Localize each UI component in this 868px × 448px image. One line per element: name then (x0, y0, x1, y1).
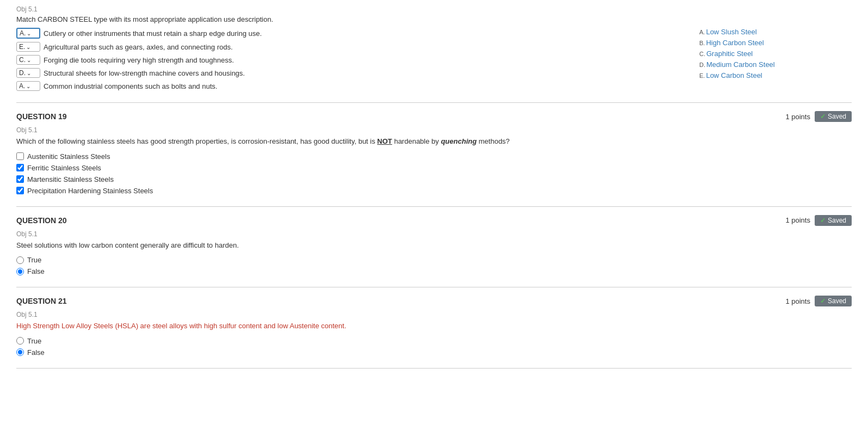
match-option-B: B.High Carbon Steel (699, 39, 852, 47)
label-precipitation: Precipitation Hardening Stainless Steels (27, 187, 153, 195)
match-option-D: D.Medium Carbon Steel (699, 60, 852, 69)
option-text-A: Low Slush Steel (706, 28, 756, 36)
match-option-A: A.Low Slush Steel (699, 28, 852, 36)
question-19-body: Obj 5.1 Which of the following stainless… (16, 126, 852, 195)
saved-label-19: Saved (828, 113, 846, 120)
label-false-20: False (27, 267, 45, 275)
checkbox-ferritic[interactable] (16, 164, 24, 171)
match-dropdown-2[interactable]: E. ⌄ (16, 42, 40, 52)
match-label-5: Common industrial components such as bol… (44, 82, 217, 90)
saved-label-21: Saved (828, 297, 846, 305)
saved-check-21: ✓ (820, 297, 826, 305)
radio-true-21[interactable] (16, 337, 24, 345)
matching-section: Obj 5.1 Match CARBON STEEL type with its… (16, 0, 852, 103)
question-21-prompt: High Strength Low Alloy Steels (HSLA) ar… (16, 321, 852, 332)
question-21-points: 1 points (785, 297, 810, 305)
question-19-prompt: Which of the following stainless steels … (16, 136, 852, 147)
checkbox-austenitic[interactable] (16, 152, 24, 160)
saved-check-20: ✓ (820, 217, 826, 224)
match-row-5: A. ⌄ Common industrial components such a… (16, 81, 678, 91)
question-20-header: QUESTION 20 1 points ✓ Saved (16, 215, 852, 226)
saved-check-19: ✓ (820, 113, 826, 120)
matching-right: A.Low Slush Steel B.High Carbon Steel C.… (699, 28, 852, 94)
question-20-body: Obj 5.1 Steel solutions with low carbon … (16, 230, 852, 276)
chevron-icon-1: ⌄ (27, 30, 31, 36)
saved-label-20: Saved (828, 217, 846, 224)
match-option-E: E.Low Carbon Steel (699, 71, 852, 79)
radio-false-20[interactable] (16, 268, 24, 275)
option-text-B: High Carbon Steel (706, 39, 764, 47)
label-false-21: False (27, 348, 45, 357)
checkbox-precipitation[interactable] (16, 187, 24, 194)
question-21-obj: Obj 5.1 (16, 311, 852, 318)
option-letter-D: D. (699, 62, 705, 68)
match-dropdown-1[interactable]: A. ⌄ (16, 28, 40, 39)
label-ferritic: Ferritic Stainless Steels (27, 164, 101, 172)
chevron-icon-2: ⌄ (26, 44, 30, 50)
label-true-20: True (27, 256, 41, 264)
checkbox-martensitic[interactable] (16, 175, 24, 183)
match-dropdown-3[interactable]: C. ⌄ (16, 55, 40, 65)
question-20-prompt: Steel solutions with low carbon content … (16, 240, 852, 251)
question-19-points-saved: 1 points ✓ Saved (785, 111, 852, 122)
option-letter-B: B. (699, 40, 705, 46)
question-21-block: QUESTION 21 1 points ✓ Saved Obj 5.1 Hig… (16, 287, 852, 369)
label-martensitic: Martensitic Stainless Steels (27, 175, 114, 183)
matching-obj-label: Obj 5.1 (16, 5, 852, 13)
match-label-1: Cutlery or other instruments that must r… (44, 29, 262, 38)
question-19-obj: Obj 5.1 (16, 126, 852, 134)
dropdown-value-4: D. (19, 69, 26, 77)
chevron-icon-5: ⌄ (26, 83, 30, 89)
label-true-21: True (27, 337, 41, 345)
match-dropdown-5[interactable]: A. ⌄ (16, 81, 40, 91)
question-20-title: QUESTION 20 (16, 216, 67, 225)
question-21-saved-badge: ✓ Saved (815, 296, 852, 306)
match-row-1: A. ⌄ Cutlery or other instruments that m… (16, 28, 678, 39)
checkbox-row-ferritic[interactable]: Ferritic Stainless Steels (16, 164, 852, 172)
radio-row-true-20[interactable]: True (16, 256, 852, 264)
match-row-3: C. ⌄ Forging die tools requiring very hi… (16, 55, 678, 65)
dropdown-value-2: E. (19, 43, 25, 51)
question-20-block: QUESTION 20 1 points ✓ Saved Obj 5.1 Ste… (16, 207, 852, 288)
radio-row-false-20[interactable]: False (16, 267, 852, 275)
question-21-title: QUESTION 21 (16, 297, 67, 305)
radio-row-true-21[interactable]: True (16, 337, 852, 345)
match-row-4: D. ⌄ Structural sheets for low-strength … (16, 68, 678, 78)
match-option-C: C.Graphitic Steel (699, 50, 852, 58)
question-19-block: QUESTION 19 1 points ✓ Saved Obj 5.1 Whi… (16, 103, 852, 207)
checkbox-row-martensitic[interactable]: Martensitic Stainless Steels (16, 175, 852, 183)
label-austenitic: Austenitic Stainless Steels (27, 152, 110, 161)
option-letter-C: C. (699, 51, 705, 57)
dropdown-value-5: A. (19, 82, 25, 90)
dropdown-value-3: C. (19, 56, 26, 64)
question-21-points-saved: 1 points ✓ Saved (785, 296, 852, 306)
match-dropdown-4[interactable]: D. ⌄ (16, 68, 40, 78)
chevron-icon-3: ⌄ (27, 57, 31, 63)
question-19-title: QUESTION 19 (16, 112, 67, 121)
question-20-obj: Obj 5.1 (16, 230, 852, 238)
match-row-2: E. ⌄ Agricultural parts such as gears, a… (16, 42, 678, 52)
question-20-saved-badge: ✓ Saved (815, 215, 852, 226)
matching-layout: A. ⌄ Cutlery or other instruments that m… (16, 28, 852, 94)
radio-false-21[interactable] (16, 348, 24, 356)
matching-left: A. ⌄ Cutlery or other instruments that m… (16, 28, 678, 94)
question-20-points-saved: 1 points ✓ Saved (785, 215, 852, 226)
dropdown-value-1: A. (20, 29, 26, 37)
question-19-header: QUESTION 19 1 points ✓ Saved (16, 111, 852, 122)
match-label-3: Forging die tools requiring very high st… (44, 56, 234, 64)
option-text-C: Graphitic Steel (706, 50, 753, 58)
checkbox-row-precipitation[interactable]: Precipitation Hardening Stainless Steels (16, 187, 852, 195)
question-21-header: QUESTION 21 1 points ✓ Saved (16, 296, 852, 306)
radio-true-20[interactable] (16, 256, 24, 264)
match-label-2: Agricultural parts such as gears, axles,… (44, 43, 233, 51)
quenching-text: quenching (441, 137, 477, 145)
checkbox-row-austenitic[interactable]: Austenitic Stainless Steels (16, 152, 852, 161)
question-20-points: 1 points (785, 216, 810, 224)
option-text-D: Medium Carbon Steel (706, 60, 775, 69)
option-letter-E: E. (699, 72, 705, 79)
option-letter-A: A. (699, 29, 705, 35)
chevron-icon-4: ⌄ (27, 70, 31, 76)
radio-row-false-21[interactable]: False (16, 348, 852, 357)
page-container: Obj 5.1 Match CARBON STEEL type with its… (0, 0, 868, 369)
not-text: NOT (377, 137, 392, 145)
